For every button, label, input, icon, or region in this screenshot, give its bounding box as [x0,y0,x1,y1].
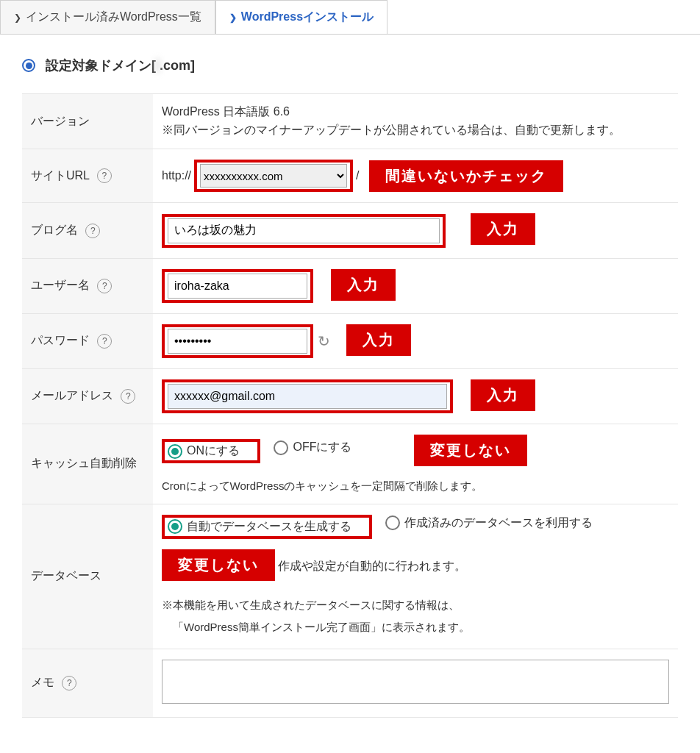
refresh-icon[interactable]: ↻ [318,332,330,350]
callout-input: 入力 [471,213,535,245]
cache-note: CronによってWordPressのキャッシュを一定間隔で削除します。 [162,479,669,493]
row-password-th: パスワード ? [22,313,153,368]
callout-box-password [162,324,313,358]
help-icon[interactable]: ? [62,676,76,690]
email-input[interactable] [168,384,447,409]
blogname-label: ブログ名 [31,224,78,236]
row-blogname-td: 入力 [153,203,678,259]
row-version-td: WordPress 日本語版 6.6 ※同バージョンのマイナーアップデートが公開… [153,94,678,149]
row-db-th: データベース [22,504,153,649]
memo-label: メモ [31,676,54,688]
row-version-th: バージョン [22,94,153,149]
radio-on-icon [168,444,182,459]
tab-install[interactable]: ❯ WordPressインストール [215,0,388,34]
radio-off-icon [274,440,288,455]
db-auto-option[interactable]: 自動でデータベースを生成する [168,519,351,535]
version-note: ※同バージョンのマイナーアップデートが公開されている場合は、自動で更新します。 [162,123,669,138]
target-domain-row: 設定対象ドメイン[ .com] [22,57,678,94]
tab-label: インストール済みWordPress一覧 [26,10,201,25]
memo-input[interactable] [162,660,669,704]
db-note: ※本機能を用いて生成されたデータベースに関する情報は、 「WordPress簡単… [162,594,669,638]
help-icon[interactable]: ? [97,279,112,293]
callout-box-blogname [162,214,446,248]
db-note-1: ※本機能を用いて生成されたデータベースに関する情報は、 [162,594,669,616]
row-password-td: ↻ 入力 [153,313,678,368]
email-label: メールアドレス [31,389,113,402]
row-siteurl-td: http:// xxxxxxxxxx.com / 間違いないかチェック [153,149,678,203]
domain-label: 設定対象ドメイン[ .com] [46,57,195,74]
cache-on-option[interactable]: ONにする [168,443,240,459]
tab-installed-list[interactable]: ❯ インストール済みWordPress一覧 [0,0,215,34]
row-db-td: 自動でデータベースを生成する 作成済みのデータベースを利用する 変更しない 作成… [153,504,678,649]
callout-box-url: xxxxxxxxxx.com [194,160,353,192]
radio-selected-icon[interactable] [22,59,35,72]
row-email-td: 入力 [153,368,678,424]
row-username-td: 入力 [153,258,678,313]
db-auto-label: 自動でデータベースを生成する [187,519,351,535]
callout-input: 入力 [471,379,535,411]
db-existing-label: 作成済みのデータベースを利用する [404,515,593,531]
username-input[interactable] [168,274,307,299]
domain-prefix: 設定対象ドメイン[ [46,58,156,73]
url-proto: http:// [162,169,191,182]
row-email-th: メールアドレス ? [22,368,153,424]
content: 設定対象ドメイン[ .com] バージョン WordPress 日本語版 6.6… [0,35,700,718]
siteurl-label: サイトURL [31,169,89,182]
cache-off-label: OFFにする [293,440,351,455]
db-note-2: 「WordPress簡単インストール完了画面」に表示されます。 [162,616,669,638]
db-tail-text: 作成や設定が自動的に行われます。 [278,560,466,572]
version-text: WordPress 日本語版 6.6 [162,104,669,120]
chevron-down-icon: ❯ [229,13,237,23]
row-username-th: ユーザー名 ? [22,258,153,313]
cache-on-label: ONにする [187,443,240,459]
tab-label: WordPressインストール [241,10,374,25]
help-icon[interactable]: ? [97,168,112,183]
chevron-right-icon: ❯ [14,13,21,23]
radio-off-icon [385,515,400,530]
url-slash: / [356,169,359,182]
domain-suffix: .com] [160,58,195,73]
password-label: パスワード [31,334,90,346]
row-cache-th: キャッシュ自動削除 [22,424,153,504]
tabs: ❯ インストール済みWordPress一覧 ❯ WordPressインストール [0,0,700,35]
settings-table: バージョン WordPress 日本語版 6.6 ※同バージョンのマイナーアップ… [22,94,678,718]
callout-nochange: 変更しない [414,435,527,466]
password-input[interactable] [168,329,307,354]
row-siteurl-th: サイトURL ? [22,149,153,203]
row-memo-th: メモ ? [22,649,153,717]
callout-check: 間違いないかチェック [369,160,563,192]
callout-input: 入力 [331,269,396,301]
callout-box-email [162,379,453,413]
row-blogname-th: ブログ名 ? [22,203,153,259]
domain-select[interactable]: xxxxxxxxxx.com [200,164,347,188]
db-existing-option[interactable]: 作成済みのデータベースを利用する [385,515,593,531]
help-icon[interactable]: ? [121,389,135,404]
callout-box-username [162,269,313,303]
callout-input: 入力 [346,324,411,356]
callout-box-db: 自動でデータベースを生成する [162,515,372,539]
domain-masked [156,58,160,73]
cache-off-option[interactable]: OFFにする [274,440,351,455]
callout-nochange: 変更しない [162,549,275,581]
row-cache-td: ONにする OFFにする 変更しない CronによってWordPressのキャッ… [153,424,678,504]
blogname-input[interactable] [168,218,440,243]
callout-box-cache: ONにする [162,439,260,463]
help-icon[interactable]: ? [85,224,100,238]
help-icon[interactable]: ? [97,334,112,349]
radio-on-icon [168,519,182,534]
row-memo-td [153,649,678,717]
username-label: ユーザー名 [31,279,90,291]
